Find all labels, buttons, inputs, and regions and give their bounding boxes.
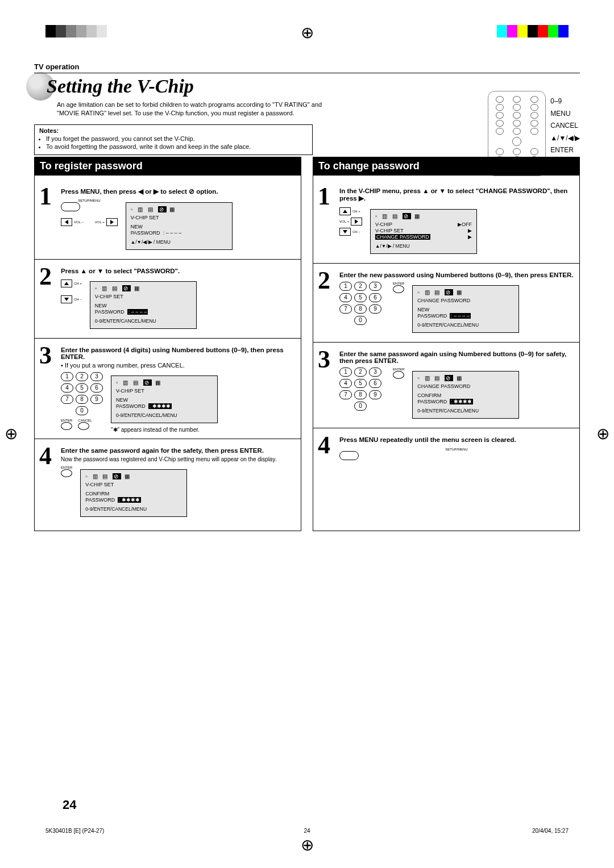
numeric-keypad-icon: 123 456 789 0 <box>61 372 103 415</box>
step-3: 3 Enter the same password again using Nu… <box>319 350 574 422</box>
cancel-button-icon <box>78 422 89 430</box>
registration-mark-bottom: ⊕ <box>301 837 314 853</box>
step-1: 1 Press MENU, then press ◀ or ▶ to selec… <box>40 187 295 253</box>
page-number-large: 24 <box>63 798 76 812</box>
vol-minus-icon <box>61 218 72 226</box>
osd-screen: ▫ ▥ ▤ ⊘ ▦ CHANGE PASSWORD NEW PASSWORD :… <box>412 285 519 333</box>
ch-minus-icon <box>61 295 72 303</box>
step-1: 1 In the V-CHIP menu, press ▲ or ▼ to se… <box>319 187 574 257</box>
vol-plus-icon <box>106 218 118 226</box>
remote-label: MENU <box>550 108 580 120</box>
step-2: 2 Press ▲ or ▼ to select "PASSWORD". CH … <box>40 268 295 332</box>
intro-text: An age limitation can be set to forbid c… <box>57 101 330 118</box>
osd-screen: ▫ ▥ ▤ ⊘ ▦ CHANGE PASSWORD CONFIRM PASSWO… <box>412 371 519 419</box>
notes-heading: Notes: <box>39 127 308 134</box>
registration-mark-top: ⊕ <box>301 25 314 41</box>
remote-label: CANCEL <box>550 120 580 132</box>
register-password-column: To register password 1 Press MENU, then … <box>34 174 301 531</box>
remote-label: ENTER <box>550 144 580 157</box>
osd-screen: ▫ ▥ ▤ ⊘ ▦ V-CHIP SET CONFIRM PASSWORD : … <box>80 469 187 517</box>
registration-mark-left: ⊕ <box>5 426 18 442</box>
section-heading: TV operation <box>34 62 580 73</box>
page-title: Setting the V-Chip <box>34 76 194 97</box>
osd-screen: ▫ ▥ ▤ ⊘ ▦ V-CHIP▶OFF V-CHIP SET▶ CHANGE … <box>370 209 477 254</box>
note-item: If you forget the password, you cannot s… <box>46 135 308 142</box>
enter-button-icon <box>393 285 404 293</box>
remote-label: 0–9 <box>550 95 580 108</box>
setup-menu-button-icon <box>61 202 80 211</box>
numeric-keypad-icon: 123 456 789 0 <box>339 282 381 325</box>
osd-screen: ▫ ▥ ▤ ⊘ ▦ V-CHIP SET NEW PASSWORD : – – … <box>126 202 233 250</box>
registration-mark-right: ⊕ <box>596 426 609 442</box>
setup-menu-button-icon <box>339 451 359 460</box>
page-footer: 5K30401B [E] (P24-27) 24 20/4/04, 15:27 <box>45 828 569 834</box>
enter-button-icon <box>61 422 72 430</box>
note-item: To avoid forgetting the password, write … <box>46 143 308 150</box>
column-heading: To change password <box>313 157 580 176</box>
enter-button-icon <box>393 371 404 379</box>
ch-plus-icon <box>61 279 72 287</box>
change-password-column: To change password 1 In the V-CHIP menu,… <box>313 174 580 531</box>
step-2: 2 Enter the new password using Numbered … <box>319 272 574 336</box>
footer-left: 5K30401B [E] (P24-27) <box>45 828 104 834</box>
remote-label: ▲/▼/◀/▶ <box>550 132 580 145</box>
footer-center: 24 <box>304 828 310 834</box>
notes-box: Notes: If you forget the password, you c… <box>34 124 313 155</box>
enter-button-icon <box>61 469 72 477</box>
numeric-keypad-icon: 123 456 789 0 <box>339 368 381 411</box>
osd-screen: ▫ ▥ ▤ ⊘ ▦ V-CHIP SET NEW PASSWORD : ✱✱✱✱… <box>111 375 218 423</box>
footer-right: 20/4/04, 15:27 <box>532 828 569 834</box>
step-4: 4 Press MENU repeatedly until the menu s… <box>319 436 574 461</box>
step-4: 4 Enter the same password again for the … <box>40 447 295 520</box>
step-3: 3 Enter the password (4 digits) using Nu… <box>40 347 295 433</box>
osd-screen: ▫ ▥ ▤ ⊘ ▦ V-CHIP SET NEW PASSWORD : – – … <box>90 281 197 329</box>
column-heading: To register password <box>34 157 301 176</box>
